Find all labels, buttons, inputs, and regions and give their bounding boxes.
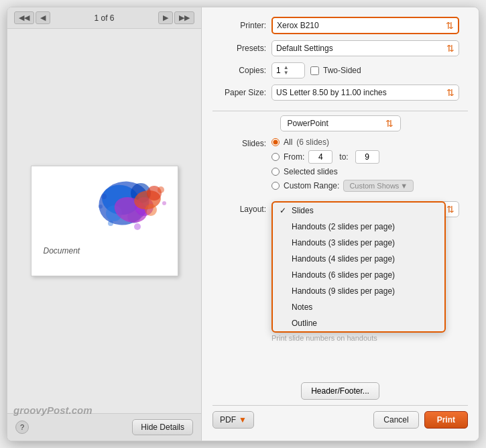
layout-label: Layout: — [212, 205, 266, 214]
presets-label: Presets: — [212, 44, 266, 53]
custom-shows-arrow-icon: ▼ — [400, 182, 408, 190]
prev-button[interactable]: ◀ — [36, 11, 50, 24]
presets-arrow-icon: ⇅ — [446, 43, 454, 54]
all-slides-count: (6 slides) — [296, 137, 329, 147]
bottom-bar: ? groovyPost.com Hide Details — [7, 413, 201, 441]
preview-area: Document — [7, 29, 201, 413]
custom-shows-button[interactable]: Custom Shows ▼ — [343, 180, 414, 192]
copies-value: 1 — [276, 66, 281, 75]
next-skip-button[interactable]: ▶▶ — [174, 11, 194, 24]
printer-row: Printer: Xerox B210 ⇅ — [212, 17, 468, 34]
custom-range-radio[interactable] — [271, 182, 280, 190]
layout-dropdown: Slides Handouts (2 slides per page) Hand… — [271, 201, 446, 333]
next-button[interactable]: ▶ — [158, 11, 173, 24]
two-sided-checkbox[interactable] — [310, 66, 319, 75]
from-value-input[interactable]: 4 — [308, 150, 332, 164]
dropdown-item-1[interactable]: Handouts (2 slides per page) — [273, 219, 444, 235]
printer-select[interactable]: Xerox B210 ⇅ — [271, 17, 459, 34]
dropdown-item-0[interactable]: Slides — [273, 203, 444, 219]
all-slides-row: All (6 slides) — [271, 137, 414, 147]
printer-value: Xerox B210 — [277, 21, 443, 30]
svg-point-9 — [145, 204, 157, 216]
all-slides-radio[interactable] — [271, 138, 280, 146]
from-label: From: — [284, 152, 304, 162]
copies-spinner[interactable]: 1 ▲ ▼ — [271, 62, 305, 78]
printer-arrow-icon: ⇅ — [446, 20, 454, 31]
custom-shows-label: Custom Shows — [349, 182, 399, 190]
watermark: groovyPost.com — [13, 404, 93, 416]
slide-numbers-text: Print slide numbers on handouts — [271, 334, 377, 342]
to-value-input[interactable]: 9 — [355, 150, 379, 164]
powerpoint-row: PowerPoint ⇅ — [212, 115, 468, 131]
svg-point-14 — [108, 221, 113, 226]
dropdown-item-3[interactable]: Handouts (4 slides per page) — [273, 251, 444, 267]
svg-point-15 — [134, 223, 141, 230]
svg-point-11 — [99, 205, 103, 209]
custom-range-label: Custom Range: — [284, 181, 339, 190]
footer: Header/Footer... PDF ▼ Cancel Print — [212, 382, 468, 431]
paper-size-select[interactable]: US Letter 8.50 by 11.00 inches ⇅ — [271, 85, 459, 101]
page-indicator: 1 of 6 — [94, 13, 114, 23]
slides-label: Slides: — [212, 139, 266, 148]
presets-value: Default Settings — [276, 44, 444, 53]
to-label: to: — [339, 152, 348, 162]
pdf-label: PDF — [220, 415, 236, 425]
two-sided-label: Two-Sided — [323, 66, 361, 75]
dropdown-item-5[interactable]: Handouts (9 slides per page) — [273, 283, 444, 299]
from-to-row: From: 4 to: 9 — [271, 150, 414, 164]
paper-size-row: Paper Size: US Letter 8.50 by 11.00 inch… — [212, 85, 468, 101]
two-sided-row: Two-Sided — [310, 66, 361, 75]
copies-label: Copies: — [212, 66, 266, 75]
layout-row: Layout: Slides ⇅ Slides Handouts (2 slid… — [212, 201, 468, 217]
copies-row: Copies: 1 ▲ ▼ Two-Sided — [212, 62, 468, 78]
prev-skip-button[interactable]: ◀◀ — [14, 11, 34, 24]
right-buttons: Cancel Print — [373, 411, 468, 429]
pdf-button[interactable]: PDF ▼ — [212, 411, 254, 429]
selected-slides-label: Selected slides — [284, 167, 338, 176]
spinner-down-icon[interactable]: ▼ — [284, 70, 289, 76]
cancel-button[interactable]: Cancel — [373, 411, 418, 429]
paper-size-value: US Letter 8.50 by 11.00 inches — [276, 88, 444, 97]
right-panel: Printer: Xerox B210 ⇅ Presets: Default S… — [202, 7, 479, 441]
powerpoint-arrow-icon: ⇅ — [385, 118, 393, 129]
selected-slides-radio[interactable] — [271, 168, 280, 176]
slides-row: Slides: All (6 slides) From: 4 to: 9 — [212, 137, 468, 195]
powerpoint-value: PowerPoint — [288, 119, 383, 128]
presets-select[interactable]: Default Settings ⇅ — [271, 40, 459, 56]
svg-point-12 — [158, 186, 164, 193]
bottom-buttons: PDF ▼ Cancel Print — [212, 405, 468, 431]
doc-label: Document — [44, 246, 80, 256]
layout-arrow-icon: ⇅ — [446, 204, 454, 215]
slide-numbers-row: Print slide numbers on handouts — [212, 334, 468, 342]
pdf-arrow-icon: ▼ — [239, 415, 247, 425]
printer-label: Printer: — [212, 21, 266, 30]
nav-bar: ◀◀ ◀ 1 of 6 ▶ ▶▶ — [7, 7, 201, 29]
print-button[interactable]: Print — [424, 411, 468, 429]
dropdown-item-4[interactable]: Handouts (6 slides per page) — [273, 267, 444, 283]
paint-splatter-image — [84, 173, 171, 247]
paper-size-label: Paper Size: — [212, 88, 266, 97]
all-slides-label: All — [284, 137, 292, 147]
dropdown-item-6[interactable]: Notes — [273, 299, 444, 315]
from-slides-radio[interactable] — [271, 153, 280, 161]
selected-slides-row: Selected slides — [271, 167, 414, 176]
powerpoint-select[interactable]: PowerPoint ⇅ — [280, 115, 401, 131]
paper-size-arrow-icon: ⇅ — [446, 87, 454, 98]
slide-preview: Document — [31, 166, 178, 276]
presets-row: Presets: Default Settings ⇅ — [212, 40, 468, 56]
dropdown-item-2[interactable]: Handouts (3 slides per page) — [273, 235, 444, 251]
svg-point-10 — [101, 194, 107, 199]
hide-details-button[interactable]: Hide Details — [132, 419, 193, 435]
svg-point-13 — [162, 201, 166, 205]
help-button[interactable]: ? — [15, 421, 29, 434]
dropdown-item-7[interactable]: Outline — [273, 315, 444, 331]
header-footer-button[interactable]: Header/Footer... — [301, 382, 379, 400]
custom-range-row: Custom Range: Custom Shows ▼ — [271, 180, 414, 192]
